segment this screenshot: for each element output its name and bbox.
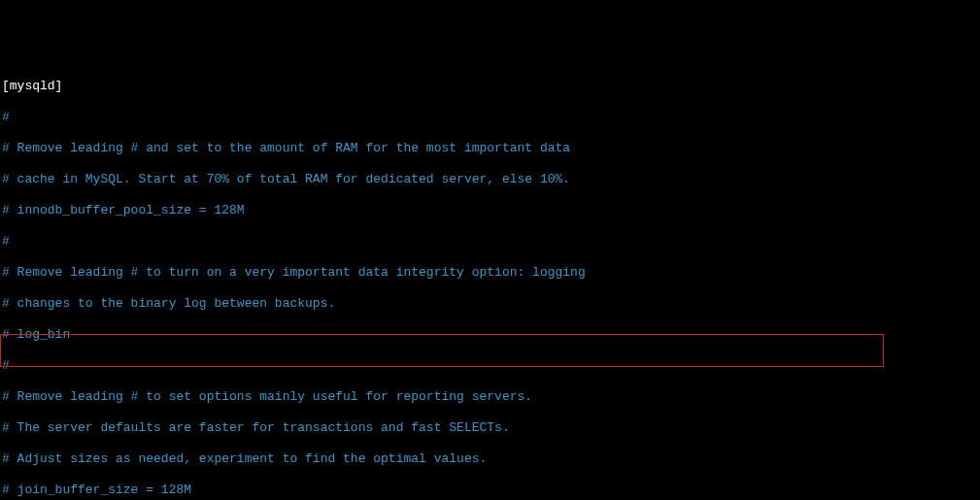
config-comment: # The server defaults are faster for tra… [2,420,978,436]
config-comment: # join_buffer_size = 128M [2,483,978,498]
config-comment: # [2,358,978,374]
config-comment: # Remove leading # to turn on a very imp… [2,265,978,281]
config-comment: # cache in MySQL. Start at 70% of total … [2,172,978,187]
config-comment: # Remove leading # to set options mainly… [2,389,978,405]
config-comment: # log_bin [2,327,978,343]
config-comment: # [2,234,978,250]
config-comment: # Remove leading # and set to the amount… [2,141,978,156]
config-comment: # Adjust sizes as needed, experiment to … [2,451,978,467]
config-comment: # innodb_buffer_pool_size = 128M [2,203,978,218]
terminal-editor[interactable]: [mysqld] # # Remove leading # and set to… [0,62,980,500]
config-section-header: [mysqld] [2,79,978,94]
config-comment: # [2,110,978,125]
config-comment: # changes to the binary log between back… [2,296,978,312]
